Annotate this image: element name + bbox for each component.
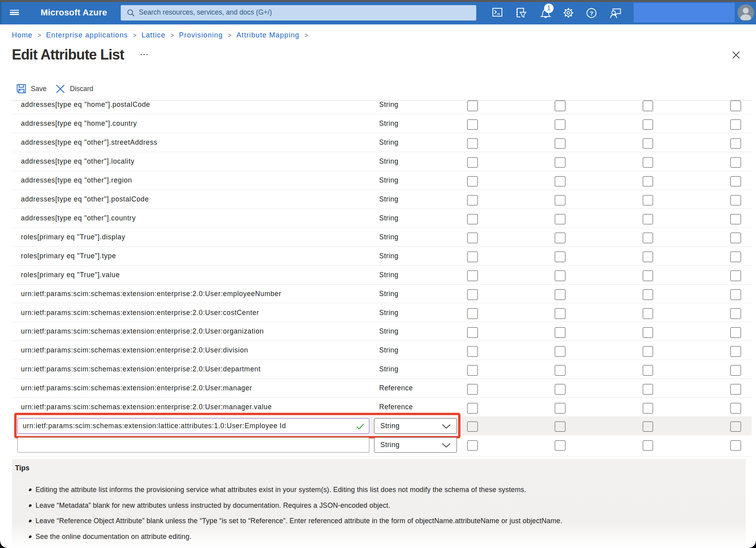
svg-text:?: ? bbox=[589, 10, 593, 17]
